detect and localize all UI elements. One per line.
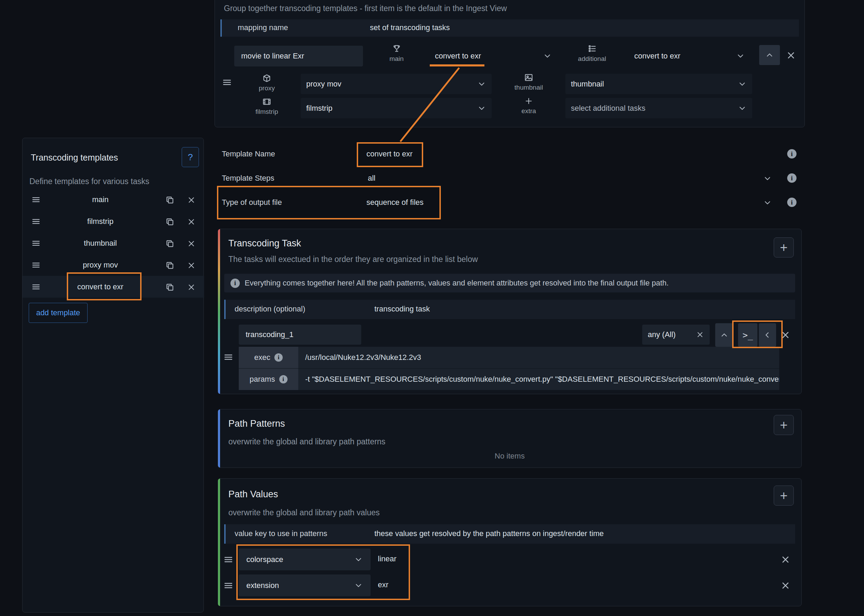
drag-handle[interactable]: [223, 580, 234, 591]
exec-value[interactable]: /usr/local/Nuke12.2v3/Nuke12.2v3: [298, 347, 779, 368]
params-value[interactable]: -t "$DASELEMENT_RESOURCES/scripts/custom…: [298, 369, 779, 390]
delete-template-button[interactable]: [187, 282, 196, 292]
chevron-down-icon: [354, 555, 363, 564]
collapse-task-button[interactable]: [759, 323, 776, 347]
additional-task-caption-label: additional: [578, 55, 606, 63]
terminal-button[interactable]: >_: [738, 323, 757, 347]
add-path-value-button[interactable]: +: [774, 486, 794, 506]
copy-icon: [165, 283, 174, 292]
duplicate-template-button[interactable]: [165, 239, 175, 248]
path-values-subtitle: overwrite the global and library path va…: [228, 508, 380, 517]
filmstrip-caption: filmstrip: [250, 97, 284, 116]
clear-scope-icon[interactable]: [696, 330, 704, 339]
output-type-value[interactable]: sequence of files: [366, 198, 424, 207]
path-value-value[interactable]: linear: [378, 555, 396, 563]
help-button-label: ?: [188, 152, 193, 163]
template-list-item-main[interactable]: main: [22, 189, 204, 211]
task-info-text: Everything comes together here! All the …: [245, 278, 669, 288]
template-name-value[interactable]: convert to exr: [366, 149, 412, 159]
extra-tasks-dropdown[interactable]: select additional tasks: [566, 98, 752, 118]
additional-task-dropdown[interactable]: convert to exr: [629, 46, 751, 66]
params-value-text: -t "$DASELEMENT_RESOURCES/scripts/custom…: [305, 375, 779, 384]
drag-handle[interactable]: [31, 238, 41, 248]
template-list-item-convert-to-exr[interactable]: convert to exr: [22, 276, 204, 298]
path-patterns-empty: No items: [218, 452, 801, 460]
params-label: params: [250, 375, 275, 384]
proxy-dropdown[interactable]: proxy mov: [301, 74, 492, 94]
duplicate-template-button[interactable]: [165, 282, 175, 292]
path-value-key-dropdown[interactable]: colorspace: [239, 548, 371, 570]
proxy-caption-label: proxy: [259, 85, 275, 92]
thumbnail-dropdown[interactable]: thumbnail: [566, 74, 752, 94]
task-scope-dropdown[interactable]: any (All): [642, 325, 710, 345]
drag-handle[interactable]: [31, 282, 41, 292]
delete-template-button[interactable]: [187, 195, 196, 205]
delete-task-button[interactable]: [780, 330, 791, 341]
delete-template-button[interactable]: [187, 239, 196, 248]
filmstrip-dropdown[interactable]: filmstrip: [301, 98, 492, 118]
template-steps-value[interactable]: all: [368, 174, 375, 183]
filmstrip-dropdown-value: filmstrip: [306, 104, 333, 113]
plus-icon: +: [780, 488, 787, 503]
template-name-row: Template Name convert to exr i: [218, 143, 802, 166]
duplicate-template-button[interactable]: [165, 195, 175, 205]
chevron-down-icon[interactable]: [763, 198, 772, 207]
template-item-label: convert to exr: [50, 276, 151, 298]
info-icon[interactable]: i: [279, 375, 287, 383]
info-icon[interactable]: i: [787, 173, 796, 183]
main-task-dropdown[interactable]: convert to exr: [429, 46, 558, 66]
path-value-key-dropdown[interactable]: extension: [239, 575, 371, 596]
chevron-down-icon: [354, 581, 363, 590]
copy-icon: [165, 217, 174, 226]
task-scope-value: any (All): [648, 330, 676, 339]
template-name-input-value: movie to linear Exr: [241, 52, 304, 61]
delete-path-value-button[interactable]: [780, 580, 791, 591]
template-name-label: Template Name: [222, 149, 275, 159]
add-template-button[interactable]: add template: [29, 303, 88, 323]
drag-handle[interactable]: [31, 216, 41, 227]
mapping-name-value[interactable]: set of transcoding tasks: [370, 23, 450, 32]
drag-handle[interactable]: [221, 77, 233, 88]
task-section-subtitle: The tasks will exectued in the order the…: [228, 255, 478, 264]
chevron-down-icon[interactable]: [763, 174, 772, 183]
task-drag-handle[interactable]: [223, 352, 234, 363]
path-patterns-subtitle: overwrite the global and library path pa…: [228, 437, 385, 446]
drag-handle-icon: [223, 352, 234, 362]
add-task-button[interactable]: +: [774, 237, 794, 258]
template-list-item-thumbnail[interactable]: thumbnail: [22, 232, 204, 254]
template-item-label: proxy mov: [50, 254, 151, 276]
template-name-input[interactable]: movie to linear Exr: [234, 46, 363, 66]
description-value[interactable]: transcoding task: [374, 305, 430, 314]
delete-template-button[interactable]: [187, 261, 196, 270]
drag-handle[interactable]: [31, 195, 41, 205]
plus-icon: +: [780, 240, 787, 255]
chevron-down-icon: [736, 52, 745, 61]
move-template-up-button[interactable]: [759, 45, 780, 65]
proxy-caption: proxy: [250, 74, 284, 92]
template-list-item-proxy-mov[interactable]: proxy mov: [22, 254, 204, 276]
template-list-item-filmstrip[interactable]: filmstrip: [22, 211, 204, 232]
exec-label-cell: exec i: [239, 347, 298, 368]
info-icon[interactable]: i: [274, 354, 283, 361]
task-name-input[interactable]: transcoding_1: [239, 325, 361, 345]
exec-label: exec: [254, 353, 270, 362]
info-icon[interactable]: i: [787, 149, 796, 159]
remove-template-group-button[interactable]: [785, 49, 797, 61]
main-task-caption-label: main: [389, 55, 404, 63]
path-value-value[interactable]: exr: [378, 580, 389, 589]
drag-handle[interactable]: [223, 554, 234, 565]
duplicate-template-button[interactable]: [165, 261, 175, 270]
help-button[interactable]: ?: [182, 147, 199, 167]
info-icon[interactable]: i: [787, 198, 796, 207]
description-row: description (optional) transcoding task: [224, 300, 795, 319]
duplicate-template-button[interactable]: [165, 217, 175, 227]
delete-template-button[interactable]: [187, 217, 196, 227]
move-task-up-button[interactable]: [715, 323, 733, 347]
drag-handle[interactable]: [31, 260, 41, 270]
add-path-pattern-button[interactable]: +: [774, 415, 794, 435]
path-patterns-section: Path Patterns + overwrite the global and…: [218, 409, 802, 468]
delete-path-value-button[interactable]: [780, 554, 791, 565]
path-values-section: Path Values + overwrite the global and l…: [218, 478, 802, 606]
filmstrip-caption-label: filmstrip: [255, 108, 278, 116]
copy-icon: [165, 261, 174, 270]
